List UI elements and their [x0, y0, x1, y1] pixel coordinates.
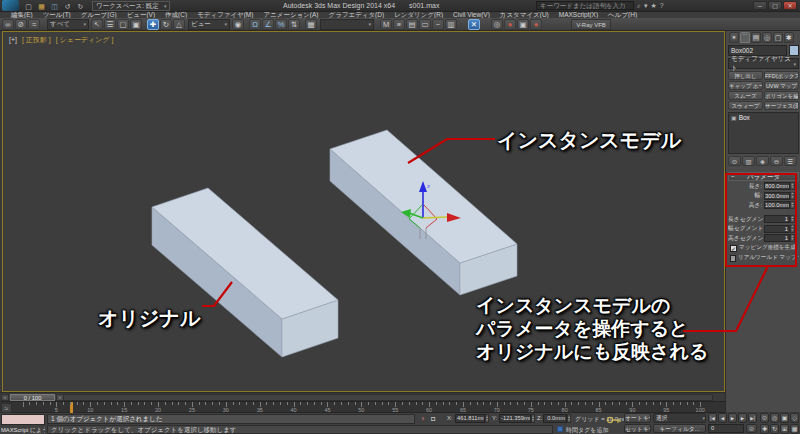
bind-to-space-warp-icon[interactable]: ≈ — [28, 19, 40, 30]
schematic-view-icon[interactable]: ▥ — [445, 19, 457, 30]
angle-snap-icon[interactable]: ∠ — [262, 19, 274, 30]
mini-curve-editor-icon[interactable]: ≈ — [1, 403, 12, 413]
vray-vfb-button[interactable]: V-Ray VFB — [571, 19, 611, 30]
coord-x-spinner[interactable]: ▲▼ — [485, 414, 489, 423]
modifier-set-button[interactable]: サーフェス(選択) — [764, 101, 799, 110]
minimize-button[interactable]: ─ — [753, 1, 767, 10]
next-frame-arrow[interactable]: › — [56, 394, 64, 401]
time-slider-handle[interactable]: 0 / 100 — [10, 394, 55, 401]
utilities-tab-icon[interactable]: ✱ — [784, 32, 794, 43]
hierarchy-tab-icon[interactable]: ▤ — [751, 32, 761, 43]
spinner-arrows-icon[interactable]: ▴▾ — [790, 182, 795, 190]
set-key-button[interactable]: セットキー — [624, 424, 651, 433]
close-button[interactable]: ✕ — [783, 1, 797, 10]
percent-snap-icon[interactable]: % — [275, 19, 287, 30]
select-and-link-icon[interactable]: ∞ — [2, 19, 14, 30]
parameters-rollout-header[interactable]: − パラメータ — [728, 172, 799, 181]
maxscript-mini-listener[interactable] — [1, 414, 45, 425]
spinner-snap-icon[interactable]: ⇅ — [288, 19, 300, 30]
modifier-set-button[interactable]: キャップ ホール — [728, 81, 763, 90]
spinner-arrows-icon[interactable]: ▴▾ — [790, 192, 795, 200]
isolate-selection-icon[interactable]: ♀ — [420, 415, 425, 422]
play-button-icon[interactable]: ▶ — [728, 413, 737, 423]
show-end-result-icon[interactable]: ▥ — [742, 156, 755, 166]
create-tab-icon[interactable]: ✶ — [729, 32, 739, 43]
named-selection-sets-dropdown[interactable]: ▾ — [320, 19, 374, 30]
time-slider-track[interactable] — [1, 394, 713, 401]
spinner-arrows-icon[interactable]: ▴▾ — [790, 215, 795, 223]
align-icon[interactable]: ≡ — [393, 19, 405, 30]
select-and-rotate-icon[interactable]: ↻ — [160, 19, 172, 30]
save-file-icon[interactable]: ◫ — [49, 2, 60, 11]
stack-item-box[interactable]: ▣ Box — [729, 113, 798, 122]
auto-key-button[interactable]: オートキー — [624, 413, 651, 423]
make-unique-icon[interactable]: ◈ — [756, 156, 769, 166]
viewport-pov-label[interactable]: [ 正投影 ] — [22, 36, 51, 43]
modifier-stack-list[interactable]: ▣ Box — [728, 112, 799, 154]
viewport-layout-icon[interactable]: ▦ — [790, 424, 799, 434]
search-input[interactable]: キーワードまたは語句を入力 — [536, 1, 634, 10]
select-object-icon[interactable]: ↖ — [91, 19, 103, 30]
undo-icon[interactable]: ↺ — [62, 2, 73, 11]
parameter-value-field[interactable]: 800.0mm — [764, 182, 790, 190]
modifier-set-button[interactable]: UVW マップ — [764, 81, 799, 90]
coord-z-field[interactable]: 0.0mm — [543, 414, 567, 423]
generate-mapping-coords-checkbox[interactable]: ✓ マッピング座標を生成 — [728, 244, 799, 253]
ribbon-toggle-icon[interactable]: ▭ — [419, 19, 431, 30]
modifier-set-button[interactable]: スウィープ — [728, 101, 763, 110]
go-to-start-icon[interactable]: |◀ — [708, 413, 717, 423]
workspace-dropdown[interactable]: ワークスペース: 既定 ▾ — [92, 1, 170, 11]
previous-frame-icon[interactable]: ◀ — [718, 413, 727, 423]
shortcut-override-toggle-icon[interactable]: ✕ — [468, 19, 480, 30]
real-world-map-size-checkbox[interactable]: リアルワールド マップ サイズ — [728, 254, 799, 263]
time-configuration-icon[interactable]: ⊙ — [746, 424, 757, 433]
zoom-icon[interactable]: ⊙ — [760, 413, 769, 423]
parameter-value-field[interactable]: 1 — [764, 225, 790, 233]
unlink-selection-icon[interactable]: ⊘ — [15, 19, 27, 30]
material-editor-icon[interactable]: ◎ — [491, 19, 503, 30]
modifier-set-button[interactable]: 押し出し — [728, 71, 763, 80]
display-tab-icon[interactable]: ▢ — [773, 32, 783, 43]
current-frame-field[interactable]: 0 — [708, 424, 744, 433]
viewport-general-menu[interactable]: [+] — [9, 36, 17, 43]
parameter-value-field[interactable]: 1 — [764, 215, 790, 223]
edit-named-selection-sets-icon[interactable]: ▦ — [305, 19, 317, 30]
snap-toggle-icon[interactable]: Ω — [249, 19, 261, 30]
communication-center-icon[interactable]: ▾ — [644, 1, 648, 10]
orbit-icon[interactable]: ↻ — [770, 424, 779, 434]
key-selection-dropdown[interactable]: 選択 ▾ — [653, 413, 706, 423]
maximize-viewport-icon[interactable]: ⊞ — [780, 424, 789, 434]
remove-modifier-icon[interactable]: ⊖ — [770, 156, 783, 166]
zoom-all-icon[interactable]: ◎ — [770, 413, 779, 423]
help-icon[interactable]: ? — [660, 1, 664, 10]
field-of-view-icon[interactable]: ◇ — [790, 413, 799, 423]
select-and-scale-icon[interactable]: △ — [173, 19, 185, 30]
coord-z-spinner[interactable]: ▲▼ — [567, 414, 571, 423]
set-keys-key-icon[interactable] — [606, 415, 622, 425]
parameter-value-field[interactable]: 300.0mm — [764, 192, 790, 200]
configure-modifier-sets-icon[interactable]: ☰ — [784, 156, 797, 166]
select-and-move-icon[interactable]: ✚ — [147, 19, 159, 30]
render-setup-icon[interactable]: ● — [504, 19, 516, 30]
spinner-arrows-icon[interactable]: ▴▾ — [790, 234, 795, 242]
spinner-arrows-icon[interactable]: ▴▾ — [790, 201, 795, 209]
selection-lock-icon[interactable]: ◘ — [431, 415, 435, 422]
coord-x-field[interactable]: 461.811mm — [455, 414, 485, 423]
pin-stack-icon[interactable]: ⊙ — [728, 156, 741, 166]
track-bar[interactable]: ≈ 51015202530354045505560657075808590951… — [0, 401, 725, 413]
modifier-set-button[interactable]: ポリゴンを編集 — [764, 91, 799, 100]
layer-manager-icon[interactable]: ▤ — [406, 19, 418, 30]
mirror-icon[interactable]: M — [380, 19, 392, 30]
use-pivot-center-icon[interactable]: ◉ — [232, 19, 244, 30]
restore-button[interactable]: ▢ — [768, 1, 782, 10]
motion-tab-icon[interactable]: ◎ — [762, 32, 772, 43]
go-to-end-icon[interactable]: ▶| — [748, 413, 757, 423]
coord-y-spinner[interactable]: ▲▼ — [531, 414, 535, 423]
viewport[interactable]: [+] [ 正投影 ] [ シェーディング ] — [2, 31, 725, 392]
favorites-star-icon[interactable]: ★ — [650, 1, 656, 10]
curve-editor-icon[interactable]: ~ — [432, 19, 444, 30]
rendered-frame-window-icon[interactable]: ▣ — [517, 19, 529, 30]
select-by-name-icon[interactable]: ☰ — [104, 19, 116, 30]
viewport-shading-label[interactable]: [ シェーディング ] — [56, 36, 114, 43]
add-time-tag[interactable]: 時間タグを追加 — [566, 426, 608, 434]
